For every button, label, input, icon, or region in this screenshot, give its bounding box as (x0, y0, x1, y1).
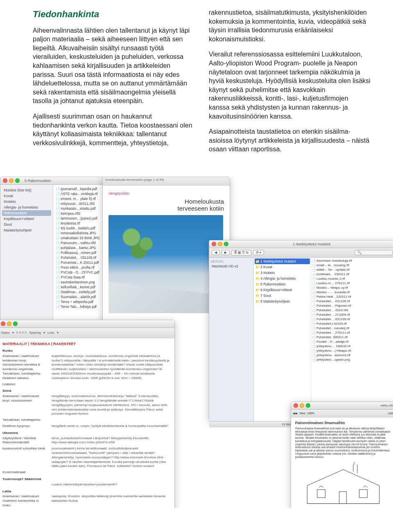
sidebar-item[interactable]: Muistiot (itse kirj) (2, 187, 51, 193)
file-item[interactable]: Puhelutiet… 031109.rtf (312, 317, 393, 321)
sidebar-item[interactable]: Rakennustieto (2, 210, 51, 216)
sidebar-item[interactable]: Kirjallisuus+viitteet (2, 216, 51, 222)
zoom-icon[interactable] (224, 242, 228, 246)
file-item[interactable]: Asumisen oheiskuluja.rtf (312, 258, 393, 263)
doc-page: Painovoimainen ilmanvaihto Painovoimassa… (291, 418, 393, 508)
folder-item[interactable]: 8 Maisterityöohjeet (255, 299, 310, 304)
close-icon[interactable] (212, 242, 216, 246)
minimize-icon[interactable] (9, 178, 14, 183)
file-item[interactable]: eMail – Ter…upValö.rtf (312, 267, 393, 272)
notes-label: Avainsanat / vaatimukset: kehäminen levy… (2, 354, 47, 381)
minimize-icon[interactable] (7, 321, 11, 326)
file-item[interactable]: Puhelutiet… 031109.rtf (312, 299, 393, 303)
file-item[interactable]: yhteydeno…asunnot.rtf (312, 353, 393, 357)
sidebar-item[interactable]: Maisterityöohjeet (2, 227, 51, 233)
notes-text: hengitävä seinä vs. umpio: hyötyä käsite… (52, 424, 170, 429)
zoom-icon[interactable] (13, 321, 18, 326)
file-item[interactable]: yhteystied…ogram.png (312, 357, 393, 362)
folder-item[interactable]: 1 Itsekirjoitetut muistiot (255, 258, 310, 264)
pdf-brand: Hengitysliitto (108, 191, 224, 195)
close-icon[interactable] (1, 321, 5, 326)
minimize-icon[interactable] (218, 242, 222, 246)
paragraph: rakennustietoa, sisäilmatutkimusta, yksi… (209, 8, 370, 43)
notes-label: Deailinen kysymys: (2, 424, 47, 429)
sidebar-item[interactable]: Kuvat (2, 193, 51, 199)
file-item[interactable]: Puhelutiet.t 02109.rtf (312, 321, 393, 326)
view-icons[interactable]: ≣ ▦ ☰ ⧉ (231, 250, 251, 256)
file-item[interactable]: Puhelutiet…-2010.rtfd (312, 308, 393, 312)
pdf-title: Homeloukustaterveeseen kotiin (108, 198, 224, 212)
search-input[interactable]: 🔍 (355, 250, 393, 255)
file-item[interactable]: Luukku-muistio 2.rtf (312, 276, 393, 281)
zoom-label[interactable]: 100% (307, 412, 314, 415)
notes-text: terva, pumaullorkeformaaali Lämpö/tvä? A… (52, 436, 170, 445)
file-item[interactable]: Muistio – Neapo oy.rtf (312, 285, 393, 290)
close-icon[interactable] (3, 178, 7, 183)
close-icon[interactable] (294, 403, 298, 408)
notes-text: hengittävyys, kohvmattotumus, lämmöndire… (52, 394, 170, 416)
file-item[interactable]: Puhelutiet… 211009.rtf (312, 312, 393, 317)
file-column: Asumisen oheiskuluja.rtfemail – te…housi… (311, 258, 393, 421)
window-titlebar[interactable]: 1 Itsekirjoitetut muistiot (209, 240, 393, 248)
notes-label: Lisätetut: (2, 382, 47, 387)
notes-label: Avainsanat / vaatimukset: Osatintsto ksi… (2, 494, 47, 507)
folder-item[interactable]: 3 Irtotieto (255, 270, 310, 276)
finder-toolbar[interactable]: ◀ ▶ ≣ ▦ ☰ ⧉ ⚙ ▾ 🔍 (209, 248, 393, 258)
sidebar-item[interactable]: Sivut (2, 222, 51, 227)
lists-dropdown[interactable]: Lists (47, 331, 54, 334)
file-item[interactable]: Puhelutiet… Pajunen.rtf (312, 303, 393, 308)
notes-section: Runko (2, 349, 170, 353)
folder-item[interactable]: 7 Sivut (255, 293, 310, 299)
text-columns: Tiedonhankinta Aiheenvalinnasta lähtien … (0, 0, 393, 173)
file-item[interactable]: Puhelutiet…rukoskij.rtf (312, 326, 393, 330)
zoom-icon[interactable] (306, 403, 310, 408)
sidebar-item[interactable]: Irtotieto (2, 199, 51, 204)
textedit-toolbar[interactable]: Styles▾ ≡ ≡ ≡ ≡ Spacing▾ Lists▾ (0, 328, 174, 338)
notes-label: Avainsanat / vaatimukset: levyt, tolvutu… (2, 394, 47, 416)
folder-item[interactable]: 6 Kirjallisuus+viitteet (255, 287, 310, 293)
folder-item[interactable]: 4 Allergia- ja hometieto (255, 276, 310, 281)
doc-toolbar[interactable]: ◀ ▶ View 100% Lists (291, 410, 393, 418)
zoom-icon[interactable] (15, 178, 20, 183)
file-item[interactable]: Pekka Heik…220311.rtf (312, 294, 393, 299)
file-item[interactable]: Puhelutiet… 270111.rtf (312, 330, 393, 335)
file-item[interactable]: Luukku-m… 270111.rtf (312, 281, 393, 285)
notes-content[interactable]: MATERIAALIT | TEKNIIKKA | RAKENTEET Runk… (0, 338, 174, 508)
file-item[interactable]: Puolari – E…aataja.rtf (312, 339, 393, 344)
document-window-ilmanvaihto: vaihto.rtfd ◀ ▶ View 100% Lists Painovoi… (291, 402, 393, 508)
folder-column: 1 Itsekirjoitetut muistiot2 Kuvat3 Irtot… (254, 258, 311, 421)
window-titlebar[interactable] (0, 320, 174, 328)
paragraph: Vierailut referenssiosassa esittelemiini… (209, 50, 370, 121)
svg-rect-19 (359, 489, 368, 498)
pdf-pageinfo: homeloukusta terveeseen (page 1 of 49) (103, 177, 230, 186)
minimize-icon[interactable] (300, 403, 304, 408)
device-item[interactable]: Macintosh HD v2 (211, 264, 252, 269)
folder-item[interactable]: 2 Kuvat (255, 264, 310, 270)
notes-label: kuulenvoelott solvuittavi ideat (2, 447, 47, 469)
file-item[interactable]: Puhelutiet. 300311.rtf (312, 335, 393, 339)
doc-title: Painovoimainen ilmanvaihto (295, 421, 391, 425)
spacing-dropdown[interactable]: Spacing (29, 331, 41, 334)
folder-item[interactable]: 5 Rakennustieto (255, 281, 310, 287)
styles-dropdown[interactable]: Styles (1, 331, 10, 334)
section-heading: Tiedonhankinta (33, 8, 194, 20)
lists-label[interactable]: Lists (388, 412, 393, 415)
paragraph: Aiheenvalinnasta lähtien olen tallentanu… (33, 26, 194, 106)
svg-rect-18 (317, 489, 325, 498)
house-diagram (295, 462, 391, 508)
paragraph: Ajallisesti suurimman osan on haukannut … (33, 112, 194, 147)
file-item[interactable]: Muistio – … koululla.rtf (312, 290, 393, 294)
notes-section: Tuulensuoja? Säädörimä (2, 477, 170, 482)
file-item[interactable]: yhteydeno…|+Neapo.rtf (312, 348, 393, 353)
file-item[interactable]: yhteydeno… 180610.rtf (312, 344, 393, 348)
view-label[interactable]: View (299, 412, 305, 415)
file-item[interactable]: email – te…housing.rtf (312, 263, 393, 267)
forward-button[interactable]: ▶ (221, 250, 230, 255)
back-button[interactable]: ◀ (212, 250, 220, 255)
notes-section: Seinä (2, 389, 170, 393)
window-titlebar[interactable]: vaihto.rtfd (291, 402, 393, 410)
file-item[interactable]: konttinais… 030311.rtf (312, 272, 393, 276)
column-right: rakennustietoa, sisäilmatutkimusta, yksi… (209, 8, 370, 160)
action-menu[interactable]: ⚙ ▾ (253, 250, 264, 255)
sidebar-item[interactable]: Allergia- ja hometieto (2, 204, 51, 210)
